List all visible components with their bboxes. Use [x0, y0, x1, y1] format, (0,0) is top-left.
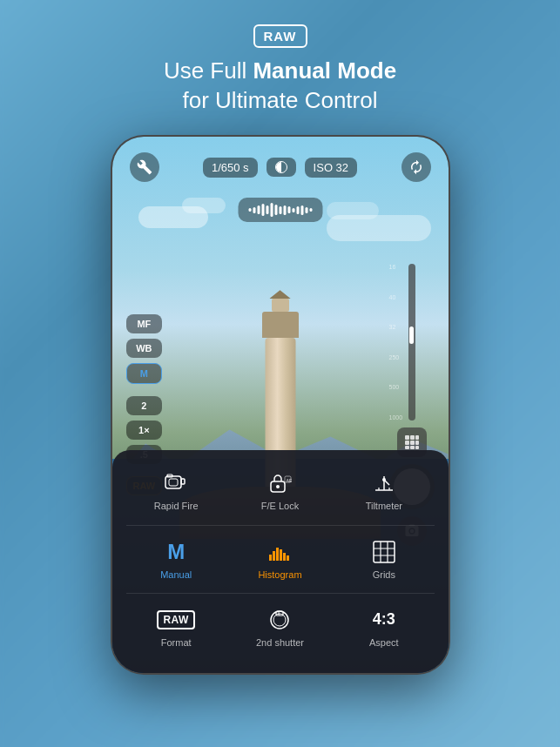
shutter-speed-pill[interactable]: 1/650 s: [203, 158, 258, 178]
slider-numbers: 16 40 32 250 500 1000: [389, 264, 403, 421]
focus-mode-button[interactable]: MF: [126, 314, 163, 333]
audio-waveform: [238, 198, 322, 222]
fe-lock-icon: AE: [266, 469, 293, 497]
svg-rect-8: [415, 446, 419, 449]
svg-rect-5: [415, 441, 419, 445]
histogram-item[interactable]: Histogram: [230, 531, 330, 588]
tiltmeter-icon: [370, 469, 398, 497]
header: RAW Use Full Manual Mode for Ultimate Co…: [0, 0, 560, 116]
aspect-icon: 4:3: [370, 606, 398, 634]
svg-point-15: [276, 485, 280, 488]
svg-point-21: [382, 478, 386, 481]
iso-pill[interactable]: ISO 32: [305, 158, 357, 178]
exposure-icon: [275, 161, 287, 173]
histogram-icon: [266, 538, 293, 566]
svg-rect-29: [287, 555, 289, 561]
svg-rect-24: [269, 555, 272, 561]
raw-format-item[interactable]: RAW Format: [126, 599, 226, 656]
aspect-label: Aspect: [369, 637, 399, 649]
svg-rect-2: [415, 435, 419, 440]
svg-rect-28: [283, 553, 286, 561]
svg-rect-11: [169, 479, 178, 486]
flip-button[interactable]: [401, 152, 431, 182]
tiltmeter-label: Tiltmeter: [366, 501, 402, 512]
svg-rect-25: [273, 551, 275, 561]
grids-icon: [370, 538, 398, 566]
camera-view: 1/650 s ISO 32: [112, 137, 449, 673]
headline-bold: Manual Mode: [253, 57, 396, 84]
rapid-fire-item[interactable]: Rapid Fire: [126, 462, 226, 519]
grids-label: Grids: [373, 569, 395, 581]
manual-label: Manual: [160, 569, 192, 581]
manual-icon: M: [162, 538, 190, 566]
svg-rect-7: [410, 446, 415, 449]
svg-rect-0: [405, 435, 409, 440]
tiltmeter-item[interactable]: Tiltmeter: [334, 462, 434, 519]
svg-rect-6: [405, 446, 409, 449]
svg-text:AE: AE: [287, 478, 293, 483]
fe-lock-label: F/E Lock: [261, 501, 299, 512]
raw-format-label: Format: [161, 637, 192, 649]
svg-rect-26: [276, 548, 279, 561]
fe-lock-item[interactable]: AE F/E Lock: [230, 462, 330, 519]
svg-rect-12: [181, 479, 185, 484]
svg-rect-27: [280, 549, 282, 561]
slider-thumb[interactable]: [409, 326, 414, 344]
camera-ui: 1/650 s ISO 32: [112, 137, 449, 673]
2nd-shutter-icon: 4: [266, 606, 293, 634]
white-balance-button[interactable]: WB: [126, 339, 163, 358]
shutter-speed-value: 1/650 s: [212, 161, 249, 174]
raw-format-icon: RAW: [162, 606, 190, 634]
camera-info-bar: 1/650 s ISO 32: [203, 158, 357, 178]
svg-rect-3: [405, 441, 409, 445]
menu-grid: Rapid Fire AE F/E Lock: [126, 462, 435, 656]
headline-line2: for Ultimate Control: [183, 87, 378, 113]
svg-rect-30: [374, 542, 395, 562]
camera-top-bar: 1/650 s ISO 32: [112, 137, 449, 182]
zoom-2x-button[interactable]: 2: [126, 396, 163, 415]
headline: Use Full Manual Mode for Ultimate Contro…: [0, 57, 560, 116]
tools-button[interactable]: [130, 152, 159, 182]
rapid-fire-icon: [162, 469, 190, 497]
raw-badge: RAW: [253, 24, 307, 48]
histogram-label: Histogram: [258, 569, 301, 581]
phone-mockup: 1/650 s ISO 32: [111, 135, 450, 675]
svg-rect-4: [410, 441, 415, 445]
aspect-item[interactable]: 4:3 Aspect: [334, 599, 434, 656]
headline-line1: Use Full: [164, 57, 253, 84]
svg-rect-1: [410, 435, 415, 440]
svg-rect-10: [165, 476, 181, 488]
bottom-panel: Rapid Fire AE F/E Lock: [112, 450, 449, 673]
manual-item[interactable]: M Manual: [126, 531, 226, 588]
2nd-shutter-item[interactable]: 4 2nd shutter: [230, 599, 330, 656]
zoom-1x-button[interactable]: 1×: [126, 421, 163, 440]
grids-item[interactable]: Grids: [334, 531, 434, 588]
2nd-shutter-label: 2nd shutter: [256, 637, 304, 649]
mode-button[interactable]: M: [126, 363, 163, 384]
rapid-fire-label: Rapid Fire: [154, 501, 199, 512]
iso-slider[interactable]: [408, 264, 415, 421]
exposure-pill[interactable]: [267, 158, 296, 177]
iso-value: ISO 32: [314, 161, 348, 174]
